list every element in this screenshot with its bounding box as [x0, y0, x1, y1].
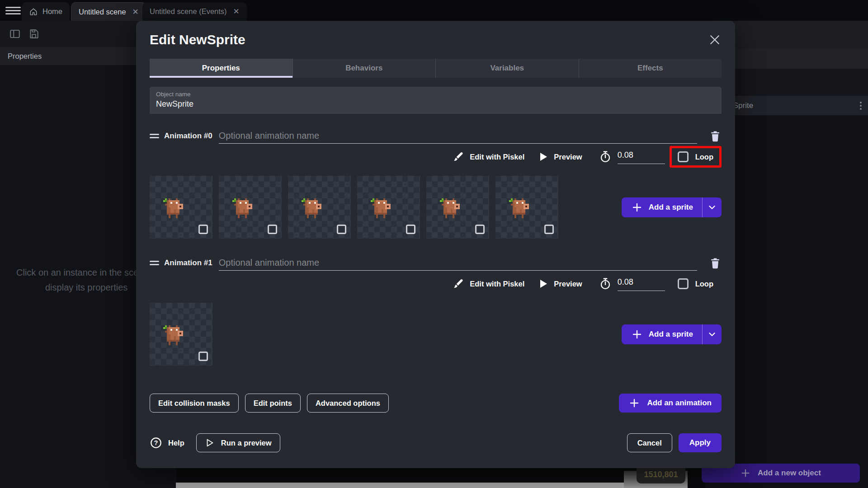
pig-sprite-image	[298, 193, 327, 222]
advanced-options-button[interactable]: Advanced options	[307, 394, 389, 413]
tab-behaviors[interactable]: Behaviors	[292, 59, 436, 78]
animation-title: Animation #0	[164, 131, 212, 141]
add-sprite-dropdown-arrow[interactable]	[703, 197, 722, 217]
edit-collision-masks-button[interactable]: Edit collision masks	[150, 394, 239, 413]
sprite-frame-thumbnail[interactable]	[357, 176, 420, 239]
tab-untitled-scene[interactable]: Untitled scene ✕	[71, 2, 146, 21]
animation-0-frames: Add a sprite	[150, 176, 722, 239]
tab-close-icon[interactable]: ✕	[132, 8, 139, 16]
delete-animation-icon[interactable]	[709, 130, 722, 142]
animation-title: Animation #1	[164, 258, 212, 267]
cancel-button[interactable]: Cancel	[627, 433, 672, 452]
object-name-field-label: Object name	[156, 91, 715, 98]
play-icon	[539, 152, 548, 162]
pig-sprite-image	[367, 193, 396, 222]
tab-label: Home	[42, 7, 62, 16]
edit-sprite-dialog: Edit NewSprite Properties Behaviors Vari…	[136, 21, 735, 468]
tab-label: Untitled scene (Events)	[150, 7, 227, 16]
hamburger-icon[interactable]	[5, 7, 21, 14]
apply-button[interactable]: Apply	[679, 433, 722, 452]
pig-sprite-image	[160, 193, 189, 222]
pig-sprite-image	[436, 193, 465, 222]
chevron-down-icon	[707, 202, 717, 212]
loop-checkbox-highlighted[interactable]: Loop	[670, 146, 722, 168]
tab-label: Untitled scene	[79, 8, 126, 16]
add-sprite-button[interactable]: Add a sprite	[622, 324, 722, 344]
tab-effects[interactable]: Effects	[579, 59, 722, 78]
add-sprite-button[interactable]: Add a sprite	[622, 197, 722, 217]
drag-handle-icon[interactable]	[150, 259, 159, 267]
dialog-close-icon[interactable]	[708, 33, 722, 47]
plus-icon	[632, 202, 642, 213]
time-between-frames-input[interactable]: 0.08	[618, 277, 665, 291]
frame-select-checkbox[interactable]	[475, 225, 485, 234]
run-preview-button[interactable]: Run a preview	[196, 433, 280, 452]
sprite-frame-thumbnail[interactable]	[219, 176, 282, 239]
edit-with-piskel-button[interactable]: Edit with Piskel	[452, 151, 524, 163]
window-tab-bar: Home Untitled scene ✕ Untitled scene (Ev…	[0, 0, 868, 21]
preview-button[interactable]: Preview	[539, 279, 582, 289]
delete-animation-icon[interactable]	[709, 257, 722, 269]
loop-label: Loop	[695, 153, 713, 161]
loop-label: Loop	[695, 280, 713, 288]
chevron-down-icon	[707, 329, 717, 339]
tab-home[interactable]: Home	[22, 2, 70, 21]
plus-icon	[629, 398, 640, 408]
plus-icon	[632, 329, 642, 340]
loop-checkbox-wrap[interactable]: Loop	[670, 273, 722, 295]
add-animation-button[interactable]: Add an animation	[619, 394, 722, 413]
dialog-footer: ? Help Run a preview Cancel Apply	[150, 433, 722, 452]
frame-select-checkbox[interactable]	[406, 225, 415, 234]
tab-variables[interactable]: Variables	[435, 59, 579, 78]
object-name-field-value: NewSprite	[156, 99, 715, 109]
animation-1-header: Animation #1 Optional animation name	[150, 255, 722, 271]
animation-1-frames: Add a sprite	[150, 303, 722, 366]
dialog-title: Edit NewSprite	[150, 32, 245, 47]
sprite-frame-thumbnail[interactable]	[150, 303, 212, 366]
pig-sprite-image	[160, 320, 189, 349]
animation-0-header: Animation #0 Optional animation name	[150, 128, 722, 144]
help-icon: ?	[150, 436, 162, 449]
brush-icon	[452, 278, 464, 290]
play-icon	[539, 279, 548, 289]
dialog-header: Edit NewSprite	[150, 21, 722, 59]
sprite-frame-thumbnail[interactable]	[150, 176, 212, 239]
sprite-frame-thumbnail[interactable]	[426, 176, 489, 239]
edit-points-button[interactable]: Edit points	[245, 394, 301, 413]
svg-text:?: ?	[154, 439, 158, 446]
kebab-menu-icon[interactable]	[860, 102, 862, 110]
scene-canvas-edge	[176, 483, 688, 488]
panels-icon[interactable]	[9, 28, 21, 40]
save-icon[interactable]	[28, 28, 40, 40]
frame-select-checkbox[interactable]	[544, 225, 554, 234]
tab-properties[interactable]: Properties	[150, 59, 292, 78]
object-name-field[interactable]: Object name NewSprite	[150, 87, 722, 114]
home-icon	[29, 7, 38, 16]
drag-handle-icon[interactable]	[150, 132, 159, 140]
animation-name-input[interactable]: Optional animation name	[219, 128, 697, 144]
tab-untitled-scene-events[interactable]: Untitled scene (Events) ✕	[142, 2, 247, 21]
gdevelop-app: Home Untitled scene ✕ Untitled scene (Ev…	[0, 0, 868, 488]
loop-checkbox[interactable]	[678, 278, 689, 289]
animation-0-toolbar: Edit with Piskel Preview 0.08	[150, 145, 722, 169]
add-sprite-dropdown-arrow[interactable]	[703, 324, 722, 344]
animation-name-placeholder: Optional animation name	[219, 258, 319, 268]
frame-select-checkbox[interactable]	[268, 225, 277, 234]
dialog-secondary-actions: Edit collision masks Edit points Advance…	[150, 394, 722, 413]
help-button[interactable]: ? Help	[150, 436, 184, 449]
frame-select-checkbox[interactable]	[337, 225, 346, 234]
sprite-frame-thumbnail[interactable]	[495, 176, 558, 239]
animation-name-placeholder: Optional animation name	[219, 131, 319, 141]
time-between-frames-input[interactable]: 0.08	[618, 150, 665, 164]
dialog-tabs: Properties Behaviors Variables Effects	[150, 59, 722, 78]
loop-checkbox[interactable]	[678, 151, 689, 162]
tab-close-icon[interactable]: ✕	[233, 8, 240, 15]
sprite-frame-thumbnail[interactable]	[288, 176, 351, 239]
plus-icon	[741, 468, 750, 478]
animation-name-input[interactable]: Optional animation name	[219, 255, 697, 271]
animation-1-toolbar: Edit with Piskel Preview 0.08	[150, 272, 722, 296]
preview-button[interactable]: Preview	[539, 152, 582, 162]
frame-select-checkbox[interactable]	[198, 352, 208, 361]
edit-with-piskel-button[interactable]: Edit with Piskel	[452, 278, 524, 290]
frame-select-checkbox[interactable]	[198, 225, 208, 234]
